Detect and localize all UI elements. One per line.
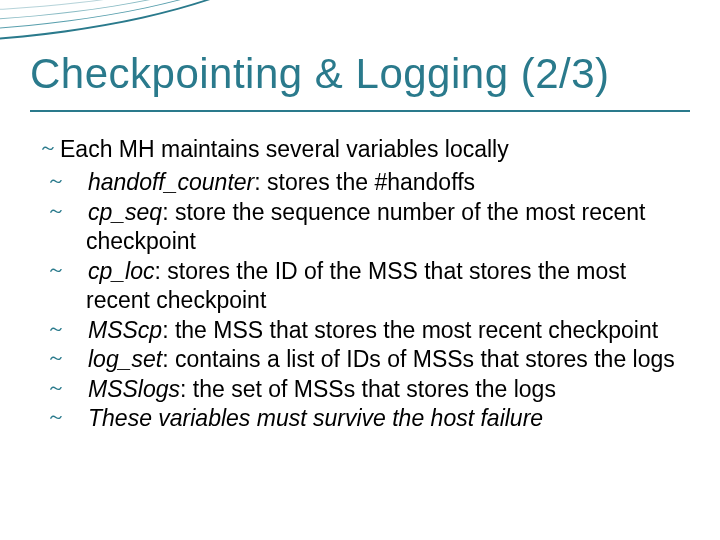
bullet-icon: ～	[66, 375, 88, 401]
bullet-sub-4: ～MSScp: the MSS that stores the most rec…	[38, 316, 688, 345]
bullet-main: ～Each MH maintains several variables loc…	[38, 135, 688, 164]
bullet-icon: ～	[66, 168, 88, 194]
bullet-sub-3: ～cp_loc: stores the ID of the MSS that s…	[38, 257, 688, 316]
slide-body: ～Each MH maintains several variables loc…	[38, 135, 688, 433]
bullet-icon: ～	[66, 198, 88, 224]
title-underline	[30, 110, 690, 112]
bullet-sub-1: ～handoff_counter: stores the #handoffs	[38, 168, 688, 197]
bullet-sub-2: ～cp_seq: store the sequence number of th…	[38, 198, 688, 257]
bullet-sub-5: ～log_set: contains a list of IDs of MSSs…	[38, 345, 688, 374]
slide-title: Checkpointing & Logging (2/3)	[30, 50, 610, 98]
bullet-icon: ～	[66, 257, 88, 283]
bullet-icon: ～	[66, 404, 88, 430]
bullet-sub-7: ～These variables must survive the host f…	[38, 404, 688, 433]
bullet-icon: ～	[66, 345, 88, 371]
bullet-icon: ～	[38, 135, 60, 161]
bullet-sub-6: ～MSSlogs: the set of MSSs that stores th…	[38, 375, 688, 404]
bullet-icon: ～	[66, 316, 88, 342]
